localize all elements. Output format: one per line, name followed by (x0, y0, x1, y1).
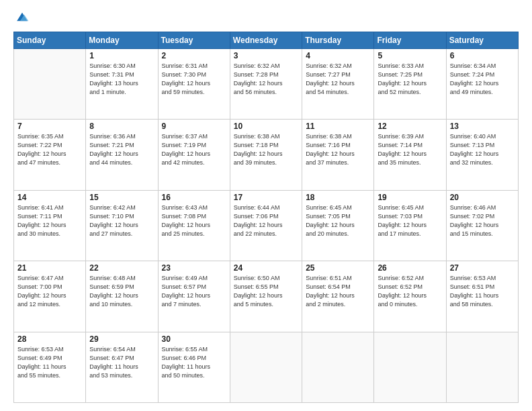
day-number: 13 (450, 122, 515, 131)
calendar-cell: 20Sunrise: 6:46 AM Sunset: 7:02 PM Dayli… (446, 190, 518, 261)
calendar-cell: 10Sunrise: 6:38 AM Sunset: 7:18 PM Dayli… (230, 120, 302, 190)
header (13, 11, 519, 25)
day-info: Sunrise: 6:47 AM Sunset: 7:00 PM Dayligh… (17, 274, 82, 309)
calendar-cell: 4Sunrise: 6:32 AM Sunset: 7:27 PM Daylig… (302, 48, 374, 119)
calendar-cell: 30Sunrise: 6:55 AM Sunset: 6:46 PM Dayli… (158, 332, 230, 403)
day-number: 20 (450, 193, 515, 202)
weekday-header-sunday: Sunday (14, 32, 86, 48)
day-info: Sunrise: 6:45 AM Sunset: 7:05 PM Dayligh… (306, 203, 370, 238)
day-info: Sunrise: 6:35 AM Sunset: 7:22 PM Dayligh… (17, 132, 82, 167)
day-info: Sunrise: 6:33 AM Sunset: 7:25 PM Dayligh… (378, 62, 442, 97)
weekday-header-wednesday: Wednesday (230, 32, 302, 48)
weekday-header-friday: Friday (374, 32, 446, 48)
calendar-cell: 16Sunrise: 6:43 AM Sunset: 7:08 PM Dayli… (158, 190, 230, 261)
calendar-cell: 13Sunrise: 6:40 AM Sunset: 7:13 PM Dayli… (446, 120, 518, 190)
calendar-cell: 5Sunrise: 6:33 AM Sunset: 7:25 PM Daylig… (374, 48, 446, 119)
calendar-cell: 7Sunrise: 6:35 AM Sunset: 7:22 PM Daylig… (14, 120, 86, 190)
day-number: 23 (162, 263, 226, 273)
day-number: 8 (89, 122, 154, 131)
day-info: Sunrise: 6:39 AM Sunset: 7:14 PM Dayligh… (378, 132, 442, 167)
calendar-cell: 27Sunrise: 6:53 AM Sunset: 6:51 PM Dayli… (446, 261, 518, 332)
day-number: 14 (17, 193, 82, 202)
calendar-cell: 6Sunrise: 6:34 AM Sunset: 7:24 PM Daylig… (446, 48, 518, 119)
calendar-cell: 14Sunrise: 6:41 AM Sunset: 7:11 PM Dayli… (14, 190, 86, 261)
calendar-table: SundayMondayTuesdayWednesdayThursdayFrid… (13, 32, 519, 403)
weekday-header-row: SundayMondayTuesdayWednesdayThursdayFrid… (14, 32, 519, 48)
day-number: 25 (306, 263, 370, 273)
calendar-week-row: 1Sunrise: 6:30 AM Sunset: 7:31 PM Daylig… (14, 48, 519, 119)
day-info: Sunrise: 6:37 AM Sunset: 7:19 PM Dayligh… (162, 132, 226, 167)
calendar-cell: 12Sunrise: 6:39 AM Sunset: 7:14 PM Dayli… (374, 120, 446, 190)
calendar-cell: 17Sunrise: 6:44 AM Sunset: 7:06 PM Dayli… (230, 190, 302, 261)
day-info: Sunrise: 6:46 AM Sunset: 7:02 PM Dayligh… (450, 203, 515, 238)
day-number: 2 (162, 51, 226, 60)
day-number: 18 (306, 193, 370, 202)
day-info: Sunrise: 6:31 AM Sunset: 7:30 PM Dayligh… (162, 62, 226, 97)
calendar-week-row: 14Sunrise: 6:41 AM Sunset: 7:11 PM Dayli… (14, 190, 519, 261)
page: SundayMondayTuesdayWednesdayThursdayFrid… (0, 0, 532, 411)
day-number: 21 (17, 263, 82, 273)
calendar-cell: 24Sunrise: 6:50 AM Sunset: 6:55 PM Dayli… (230, 261, 302, 332)
calendar-week-row: 7Sunrise: 6:35 AM Sunset: 7:22 PM Daylig… (14, 120, 519, 190)
day-info: Sunrise: 6:30 AM Sunset: 7:31 PM Dayligh… (89, 62, 154, 97)
day-number: 3 (234, 51, 298, 60)
calendar-cell: 2Sunrise: 6:31 AM Sunset: 7:30 PM Daylig… (158, 48, 230, 119)
day-number: 4 (306, 51, 370, 60)
calendar-cell: 8Sunrise: 6:36 AM Sunset: 7:21 PM Daylig… (86, 120, 158, 190)
day-info: Sunrise: 6:32 AM Sunset: 7:28 PM Dayligh… (234, 62, 298, 97)
calendar-cell: 28Sunrise: 6:53 AM Sunset: 6:49 PM Dayli… (14, 332, 86, 403)
day-number: 11 (306, 122, 370, 131)
day-number: 10 (234, 122, 298, 131)
day-info: Sunrise: 6:51 AM Sunset: 6:54 PM Dayligh… (306, 274, 370, 309)
day-number: 24 (234, 263, 298, 273)
day-info: Sunrise: 6:55 AM Sunset: 6:46 PM Dayligh… (162, 345, 226, 380)
day-number: 29 (89, 334, 154, 344)
day-info: Sunrise: 6:53 AM Sunset: 6:49 PM Dayligh… (17, 345, 82, 380)
calendar-cell (446, 332, 518, 403)
day-number: 9 (162, 122, 226, 131)
day-info: Sunrise: 6:53 AM Sunset: 6:51 PM Dayligh… (450, 274, 515, 309)
calendar-week-row: 28Sunrise: 6:53 AM Sunset: 6:49 PM Dayli… (14, 332, 519, 403)
day-info: Sunrise: 6:36 AM Sunset: 7:21 PM Dayligh… (89, 132, 154, 167)
weekday-header-saturday: Saturday (446, 32, 518, 48)
day-info: Sunrise: 6:44 AM Sunset: 7:06 PM Dayligh… (234, 203, 298, 238)
day-info: Sunrise: 6:54 AM Sunset: 6:47 PM Dayligh… (89, 345, 154, 380)
day-number: 5 (378, 51, 442, 60)
calendar-cell: 19Sunrise: 6:45 AM Sunset: 7:03 PM Dayli… (374, 190, 446, 261)
calendar-cell: 29Sunrise: 6:54 AM Sunset: 6:47 PM Dayli… (86, 332, 158, 403)
weekday-header-tuesday: Tuesday (158, 32, 230, 48)
day-info: Sunrise: 6:34 AM Sunset: 7:24 PM Dayligh… (450, 62, 515, 97)
logo-text (13, 11, 30, 25)
calendar-cell: 21Sunrise: 6:47 AM Sunset: 7:00 PM Dayli… (14, 261, 86, 332)
logo-icon (15, 11, 30, 23)
day-number: 28 (17, 334, 82, 344)
day-info: Sunrise: 6:45 AM Sunset: 7:03 PM Dayligh… (378, 203, 442, 238)
day-info: Sunrise: 6:43 AM Sunset: 7:08 PM Dayligh… (162, 203, 226, 238)
day-number: 27 (450, 263, 515, 273)
day-number: 15 (89, 193, 154, 202)
calendar-cell: 25Sunrise: 6:51 AM Sunset: 6:54 PM Dayli… (302, 261, 374, 332)
calendar-cell: 3Sunrise: 6:32 AM Sunset: 7:28 PM Daylig… (230, 48, 302, 119)
weekday-header-thursday: Thursday (302, 32, 374, 48)
calendar-cell: 9Sunrise: 6:37 AM Sunset: 7:19 PM Daylig… (158, 120, 230, 190)
calendar-cell: 11Sunrise: 6:38 AM Sunset: 7:16 PM Dayli… (302, 120, 374, 190)
calendar-cell (374, 332, 446, 403)
weekday-header-monday: Monday (86, 32, 158, 48)
day-number: 30 (162, 334, 226, 344)
day-info: Sunrise: 6:48 AM Sunset: 6:59 PM Dayligh… (89, 274, 154, 309)
day-info: Sunrise: 6:41 AM Sunset: 7:11 PM Dayligh… (17, 203, 82, 238)
calendar-cell (230, 332, 302, 403)
calendar-cell: 15Sunrise: 6:42 AM Sunset: 7:10 PM Dayli… (86, 190, 158, 261)
day-number: 12 (378, 122, 442, 131)
day-info: Sunrise: 6:49 AM Sunset: 6:57 PM Dayligh… (162, 274, 226, 309)
calendar-cell (302, 332, 374, 403)
logo (13, 11, 31, 25)
day-info: Sunrise: 6:38 AM Sunset: 7:18 PM Dayligh… (234, 132, 298, 167)
calendar-cell (14, 48, 86, 119)
day-number: 1 (89, 51, 154, 60)
calendar-cell: 18Sunrise: 6:45 AM Sunset: 7:05 PM Dayli… (302, 190, 374, 261)
day-info: Sunrise: 6:32 AM Sunset: 7:27 PM Dayligh… (306, 62, 370, 97)
day-info: Sunrise: 6:42 AM Sunset: 7:10 PM Dayligh… (89, 203, 154, 238)
day-info: Sunrise: 6:50 AM Sunset: 6:55 PM Dayligh… (234, 274, 298, 309)
day-number: 19 (378, 193, 442, 202)
